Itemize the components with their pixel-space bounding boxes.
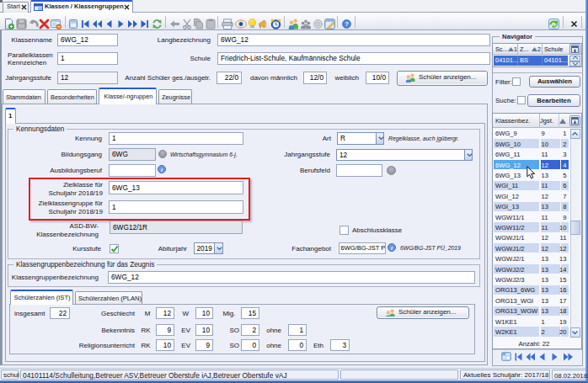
svg-text:i: i: [391, 245, 393, 252]
svg-text:?: ?: [345, 20, 349, 28]
svg-text:i: i: [161, 167, 163, 173]
